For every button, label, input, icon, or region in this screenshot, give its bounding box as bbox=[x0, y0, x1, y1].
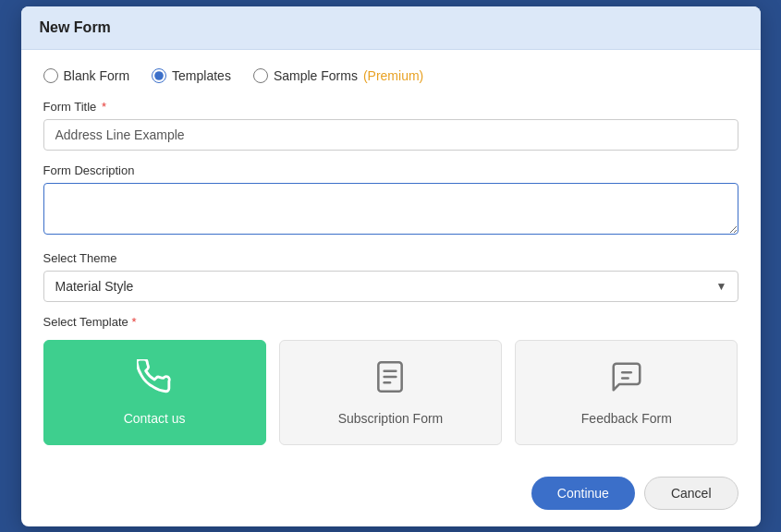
phone-icon bbox=[137, 359, 172, 402]
select-theme-wrapper: Material Style Classic Modern ▼ bbox=[43, 271, 738, 302]
radio-group: Blank Form Templates Sample Forms (Premi… bbox=[43, 68, 738, 83]
radio-sample-forms[interactable]: Sample Forms (Premium) bbox=[253, 68, 423, 83]
modal-header: New Form bbox=[21, 6, 761, 50]
template-card-contact[interactable]: Contact us bbox=[43, 340, 266, 445]
feedback-icon bbox=[609, 359, 644, 402]
radio-blank-input[interactable] bbox=[43, 68, 58, 83]
premium-label: (Premium) bbox=[363, 68, 423, 83]
template-card-feedback[interactable]: Feedback Form bbox=[515, 340, 738, 445]
select-template-label: Select Template * bbox=[43, 315, 738, 329]
new-form-modal: New Form Blank Form Templates Sample For… bbox=[21, 6, 761, 526]
radio-sample-label: Sample Forms bbox=[274, 68, 358, 83]
modal-footer: Continue Cancel bbox=[21, 464, 761, 526]
select-theme-label: Select Theme bbox=[43, 251, 738, 265]
radio-blank-form[interactable]: Blank Form bbox=[43, 68, 130, 83]
modal-overlay: New Form Blank Form Templates Sample For… bbox=[0, 0, 781, 532]
select-template-required: * bbox=[128, 315, 137, 329]
template-subscription-label: Subscription Form bbox=[338, 411, 444, 426]
form-description-input[interactable] bbox=[43, 183, 738, 235]
select-theme-input[interactable]: Material Style Classic Modern bbox=[43, 271, 738, 302]
form-title-required: * bbox=[98, 100, 106, 114]
radio-templates-label: Templates bbox=[172, 68, 231, 83]
template-contact-label: Contact us bbox=[124, 411, 186, 426]
template-card-subscription[interactable]: Subscription Form bbox=[279, 340, 502, 445]
form-title-group: Form Title * bbox=[43, 100, 738, 151]
form-title-input[interactable] bbox=[43, 119, 738, 151]
radio-templates-input[interactable] bbox=[152, 68, 166, 83]
template-cards: Contact us Subscription Form bbox=[43, 340, 738, 445]
modal-title: New Form bbox=[40, 19, 111, 35]
form-title-label: Form Title * bbox=[43, 100, 738, 114]
select-theme-group: Select Theme Material Style Classic Mode… bbox=[43, 251, 738, 302]
radio-sample-input[interactable] bbox=[253, 68, 268, 83]
list-icon bbox=[372, 359, 408, 402]
modal-body: Blank Form Templates Sample Forms (Premi… bbox=[21, 50, 761, 464]
select-template-group: Select Template * Contact us bbox=[43, 315, 738, 445]
form-description-group: Form Description bbox=[43, 163, 738, 238]
radio-blank-label: Blank Form bbox=[64, 68, 130, 83]
radio-templates[interactable]: Templates bbox=[152, 68, 231, 83]
form-description-label: Form Description bbox=[43, 163, 738, 177]
cancel-button[interactable]: Cancel bbox=[644, 477, 738, 510]
template-feedback-label: Feedback Form bbox=[581, 411, 672, 426]
continue-button[interactable]: Continue bbox=[531, 477, 635, 510]
